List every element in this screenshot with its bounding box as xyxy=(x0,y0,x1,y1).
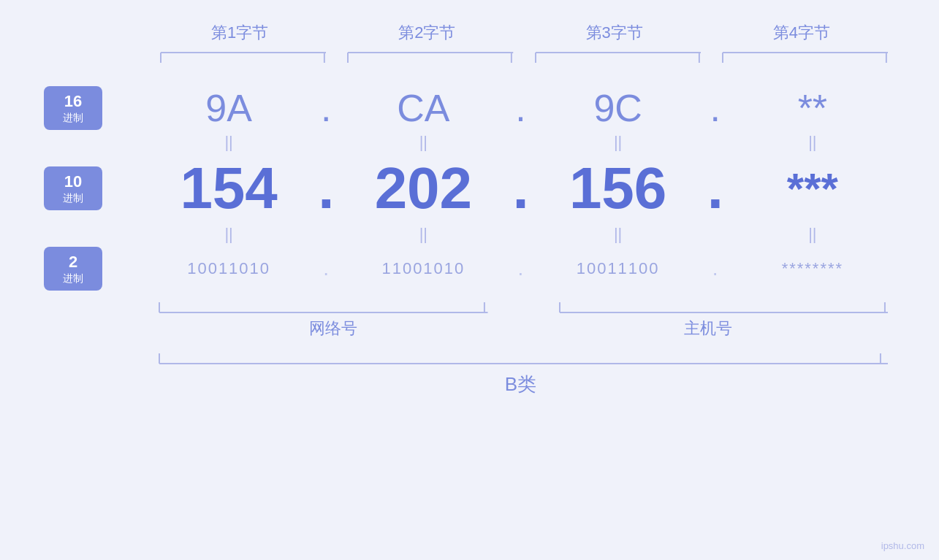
dec-row: 10 进制 154 . 202 . 156 . *** xyxy=(44,155,895,222)
hex-b2-col: CA xyxy=(341,86,506,130)
eq2-b2: || xyxy=(341,225,506,244)
dec-values: 154 . 202 . 156 . *** xyxy=(146,155,895,222)
bin-b1-col: 10011010 xyxy=(146,259,311,278)
bin-dot1: . xyxy=(311,257,341,280)
hex-b4: ** xyxy=(769,86,856,130)
hex-num: 16 xyxy=(64,92,82,111)
bin-label: 2 进制 xyxy=(44,247,102,291)
bottom-bracket-row xyxy=(44,299,895,314)
dec-dot3: . xyxy=(701,155,730,222)
dec-num: 10 xyxy=(64,172,82,191)
bin-b4: ******** xyxy=(769,259,856,278)
byte2-header: 第2字节 xyxy=(333,22,520,44)
hex-dot1: . xyxy=(311,86,341,130)
eq1-b2: || xyxy=(341,133,506,152)
bin-b4-col: ******** xyxy=(730,259,895,278)
dec-unit: 进制 xyxy=(63,192,83,204)
hex-row: 16 进制 9A . CA . 9C . ** xyxy=(44,86,895,130)
class-label: B类 xyxy=(505,372,536,397)
bin-b3-col: 10011100 xyxy=(536,259,701,278)
equals-row-1: || || || || xyxy=(44,133,895,152)
bin-unit: 进制 xyxy=(63,272,83,285)
bracket-b2 xyxy=(341,51,513,64)
dec-dot2: . xyxy=(506,155,536,222)
eq1-b4: || xyxy=(730,133,895,152)
bin-b3: 10011100 xyxy=(574,259,662,278)
dec-b2: 202 xyxy=(375,155,472,222)
eq2-b3: || xyxy=(536,225,701,244)
hex-b3: 9C xyxy=(574,86,662,130)
bracket-b3 xyxy=(528,51,701,64)
bin-dot2: . xyxy=(506,257,536,280)
hex-b4-col: ** xyxy=(730,86,895,130)
class-bracket-row xyxy=(44,350,895,365)
hex-values: 9A . CA . 9C . ** xyxy=(146,86,895,130)
main-container: 第1字节 第2字节 第3字节 第4字节 16 进制 9A . xyxy=(0,0,939,560)
eq1-b1: || xyxy=(146,133,311,152)
bin-dot3: . xyxy=(701,257,730,280)
eq2-b4: || xyxy=(730,225,895,244)
byte-headers: 第1字节 第2字节 第3字节 第4字节 xyxy=(44,22,895,44)
dec-b4-col: *** xyxy=(730,164,895,214)
hex-dot2: . xyxy=(506,86,536,130)
hex-label: 16 进制 xyxy=(44,86,102,130)
dec-b1: 154 xyxy=(180,155,277,222)
class-label-row: B类 xyxy=(44,372,895,397)
bin-values: 10011010 . 11001010 . 10011100 . *******… xyxy=(146,257,895,280)
dec-dot1: . xyxy=(311,155,341,222)
bin-b1: 10011010 xyxy=(185,259,273,278)
hex-unit: 进制 xyxy=(63,112,83,124)
dec-label: 10 进制 xyxy=(44,166,102,210)
dec-b3-col: 156 xyxy=(536,155,701,222)
eq2-b1: || xyxy=(146,225,311,244)
byte1-header: 第1字节 xyxy=(146,22,333,44)
bracket-b4 xyxy=(715,51,888,64)
dec-b1-col: 154 xyxy=(146,155,311,222)
dec-b2-col: 202 xyxy=(341,155,506,222)
watermark: ipshu.com xyxy=(881,540,924,551)
network-label: 网络号 xyxy=(146,318,521,340)
host-bracket xyxy=(554,299,889,314)
hex-dot3: . xyxy=(701,86,730,130)
network-bracket xyxy=(153,299,488,314)
hex-b1-col: 9A xyxy=(146,86,311,130)
bracket-b1 xyxy=(153,51,326,64)
eq1-b3: || xyxy=(536,133,701,152)
hex-b1: 9A xyxy=(185,86,273,130)
host-label: 主机号 xyxy=(521,318,896,340)
hex-b2: CA xyxy=(379,86,467,130)
bin-b2: 11001010 xyxy=(379,259,467,278)
equals-row-2: || || || || xyxy=(44,225,895,244)
bin-num: 2 xyxy=(69,253,77,272)
top-bracket-row xyxy=(44,51,895,64)
byte3-header: 第3字节 xyxy=(521,22,708,44)
class-bracket xyxy=(153,350,888,365)
dec-b4: *** xyxy=(769,164,856,214)
hex-b3-col: 9C xyxy=(536,86,701,130)
bin-b2-col: 11001010 xyxy=(341,259,506,278)
net-host-label-row: 网络号 主机号 xyxy=(44,318,895,340)
dec-b3: 156 xyxy=(569,155,666,222)
bin-row: 2 进制 10011010 . 11001010 . 10011100 . xyxy=(44,247,895,291)
byte4-header: 第4字节 xyxy=(708,22,895,44)
